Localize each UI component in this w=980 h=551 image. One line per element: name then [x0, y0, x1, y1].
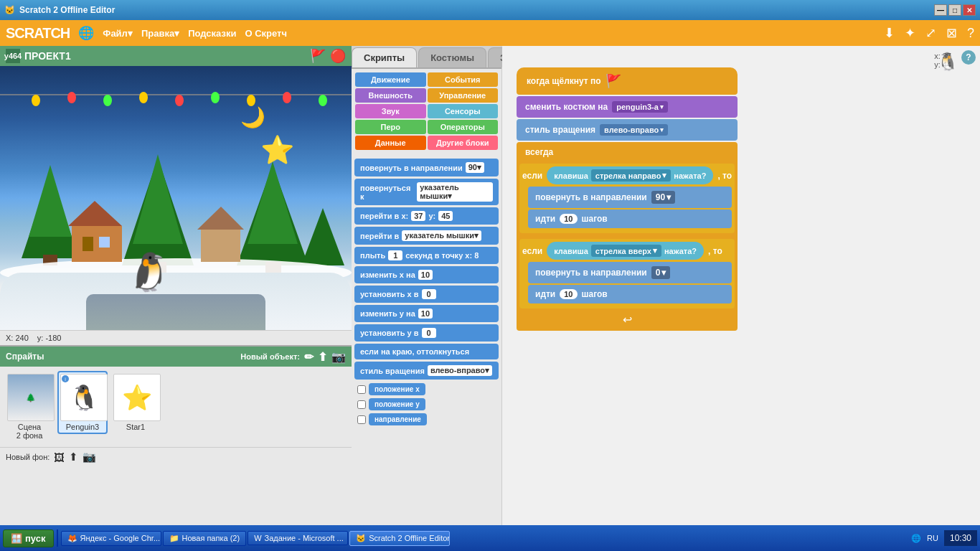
- block-change-y[interactable]: изменить у на 10: [354, 305, 499, 322]
- paint-sprite-icon[interactable]: ✏: [304, 350, 314, 364]
- close-btn[interactable]: ✕: [963, 4, 976, 16]
- coord-y-val: -180: [45, 334, 61, 342]
- svg-marker-26: [197, 207, 244, 230]
- cb-pos-x-input[interactable]: [357, 385, 366, 394]
- start-button[interactable]: 🪟 пуск: [3, 529, 54, 547]
- forever-arrow: ↩: [517, 310, 738, 326]
- taskbar-folder[interactable]: 📁 Новая папка (2): [163, 531, 247, 546]
- maximize-btn[interactable]: □: [948, 4, 961, 16]
- globe-icon[interactable]: 🌐: [78, 25, 94, 41]
- category-looks[interactable]: Внешность: [355, 88, 426, 103]
- category-other[interactable]: Другие блоки: [428, 136, 499, 150]
- block-rotation-style[interactable]: стиль вращения влево-вправо▾: [354, 362, 499, 380]
- sprite-item-penguin[interactable]: i 🐧 Penguin3: [57, 371, 108, 434]
- tab-costumes[interactable]: Костюмы: [418, 47, 486, 67]
- camera-backdrop-icon[interactable]: 📷: [83, 451, 96, 463]
- svg-point-3: [103, 95, 112, 106]
- rotation-style-dropdown[interactable]: влево-вправо ▾: [600, 124, 668, 136]
- category-sound[interactable]: Звук: [355, 104, 426, 118]
- sprites-label: Спрайты: [6, 352, 44, 362]
- menu-file[interactable]: Файл▾: [103, 28, 133, 39]
- block-switch-costume[interactable]: сменить костюм на penguin3-a ▾: [517, 96, 738, 118]
- block-point-direction[interactable]: повернуть в направлении 90▾: [354, 159, 499, 176]
- rotation-dropdown[interactable]: влево-вправо▾: [428, 365, 492, 376]
- sprite-item-scene[interactable]: 🌲 Сцена2 фона: [4, 371, 55, 443]
- category-events[interactable]: События: [428, 72, 499, 87]
- cb-pos-y-input[interactable]: [357, 400, 366, 409]
- taskbar-word[interactable]: W Задание - Microsoft ...: [248, 531, 348, 545]
- costume-dropdown[interactable]: penguin3-a ▾: [612, 101, 668, 113]
- block-move-10-1[interactable]: идти 10 шагов: [528, 209, 732, 228]
- block-point-90[interactable]: повернуть в направлении 90 ▾: [528, 187, 732, 208]
- penguin-thumb: i 🐧: [60, 374, 108, 421]
- category-operators[interactable]: Операторы: [428, 120, 499, 134]
- road: [86, 294, 265, 330]
- goto-dropdown[interactable]: указатель мышки▾: [402, 230, 481, 241]
- resize-icon[interactable]: ⤢: [925, 25, 936, 41]
- key-dropdown-1[interactable]: стрелка направо ▾: [591, 169, 672, 182]
- block-set-y[interactable]: установить у в 0: [354, 324, 499, 342]
- turn-dropdown-2[interactable]: 0 ▾: [651, 266, 671, 279]
- move-icon[interactable]: ✦: [905, 25, 915, 41]
- upload-backdrop-icon[interactable]: ⬆: [69, 451, 78, 463]
- menu-edit[interactable]: Правка▾: [141, 28, 179, 39]
- forever-block[interactable]: всегда если клавиша стрелка направо ▾: [517, 142, 738, 331]
- close-icon[interactable]: ⊠: [946, 25, 957, 41]
- if-block-right[interactable]: если клавиша стрелка направо ▾ нажата? ,…: [519, 164, 735, 233]
- minimize-btn[interactable]: —: [934, 4, 947, 16]
- block-when-flag[interactable]: когда щёлкнут по 🚩: [517, 67, 738, 95]
- info-button[interactable]: ?: [961, 50, 976, 65]
- svg-rect-25: [201, 230, 240, 262]
- paint-backdrop-icon[interactable]: 🖼: [54, 451, 65, 463]
- key-dropdown-2[interactable]: стрелка вверх ▾: [591, 245, 661, 257]
- category-pen[interactable]: Перо: [355, 120, 426, 134]
- category-sensors[interactable]: Сенсоры: [428, 104, 499, 118]
- sprite-item-star[interactable]: ⭐ Star1: [110, 371, 161, 434]
- block-goto-xy[interactable]: перейти в x: 37 y: 45: [354, 207, 499, 225]
- menu-hints[interactable]: Подсказки: [188, 28, 236, 39]
- cb-direction-input[interactable]: [357, 415, 366, 424]
- tab-scripts[interactable]: Скрипты: [352, 47, 417, 67]
- taskbar-scratch[interactable]: 🐱 Scratch 2 Offline Editor: [349, 531, 450, 546]
- taskbar-chrome[interactable]: 🦊 Яндекс - Google Chr...: [61, 531, 161, 546]
- download-icon[interactable]: ⬇: [884, 25, 895, 41]
- block-glide[interactable]: плыть 1 секунд в точку x: 8: [354, 247, 499, 264]
- block-move-10-2[interactable]: идти 10 шагов: [528, 285, 732, 303]
- svg-marker-19: [301, 208, 344, 265]
- category-control[interactable]: Управление: [428, 88, 499, 103]
- block-change-x[interactable]: изменить х на 10: [354, 266, 499, 283]
- camera-sprite-icon[interactable]: 📷: [331, 350, 346, 364]
- taskbar-right: 🌐 RU 10:30: [911, 530, 977, 546]
- script-content[interactable]: x: 37 y: 44 🐧 ? когда щёлкнут по 🚩 смени…: [502, 46, 980, 548]
- block-point-0[interactable]: повернуть в направлении 0 ▾: [528, 262, 732, 283]
- category-motion[interactable]: Движение: [355, 72, 426, 87]
- scratch-logo: SCRATCH: [6, 25, 70, 42]
- menu-about[interactable]: О Скретч: [245, 28, 287, 39]
- help-icon[interactable]: ?: [967, 26, 974, 41]
- block-turn-to[interactable]: повернуться к указатель мышки▾: [354, 179, 499, 205]
- direction-dropdown[interactable]: 90▾: [466, 162, 484, 173]
- category-data[interactable]: Данные: [355, 136, 426, 150]
- block-if-edge[interactable]: если на краю, оттолкнуться: [354, 344, 499, 359]
- block-goto-mouse[interactable]: перейти в указатель мышки▾: [354, 227, 499, 245]
- cb-pos-x[interactable]: положение x: [354, 382, 499, 397]
- turn-dropdown-1[interactable]: 90 ▾: [651, 191, 675, 204]
- block-set-rotation[interactable]: стиль вращения влево-вправо ▾: [517, 119, 738, 141]
- stage-area: y464 ПРОЕКТ1 🚩 🔴: [0, 46, 352, 548]
- svg-point-2: [67, 92, 76, 103]
- cb-pos-y[interactable]: положение у: [354, 397, 499, 412]
- new-sprite-controls: Новый объект: ✏ ⬆ 📷: [240, 350, 346, 364]
- network-icon: 🌐: [911, 534, 921, 543]
- if-block-up[interactable]: если клавиша стрелка вверх ▾ нажата? , т…: [519, 239, 735, 309]
- turn-to-dropdown[interactable]: указатель мышки▾: [417, 182, 493, 202]
- stage-header: y464 ПРОЕКТ1 🚩 🔴: [0, 46, 352, 66]
- scratch-offline-label: Scratch 2 Offline Editor: [369, 534, 450, 542]
- stop-button[interactable]: 🔴: [330, 48, 346, 64]
- svg-rect-24: [99, 237, 110, 248]
- upload-sprite-icon[interactable]: ⬆: [318, 350, 327, 364]
- block-set-x[interactable]: установить х в 0: [354, 286, 499, 303]
- svg-marker-14: [133, 154, 183, 244]
- green-flag-button[interactable]: 🚩: [310, 48, 326, 64]
- svg-point-8: [283, 92, 291, 103]
- cb-direction[interactable]: направление: [354, 412, 499, 427]
